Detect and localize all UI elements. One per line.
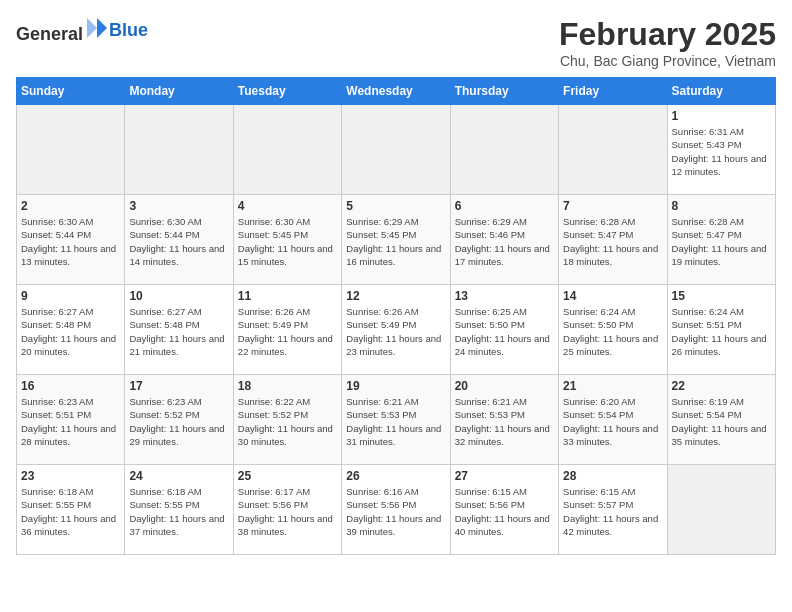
- day-number: 26: [346, 469, 445, 483]
- calendar-cell: [450, 105, 558, 195]
- header-day-saturday: Saturday: [667, 78, 775, 105]
- cell-info: Sunrise: 6:27 AM Sunset: 5:48 PM Dayligh…: [21, 305, 120, 358]
- logo-icon: [85, 16, 109, 40]
- cell-info: Sunrise: 6:26 AM Sunset: 5:49 PM Dayligh…: [238, 305, 337, 358]
- logo-blue: Blue: [109, 20, 148, 41]
- week-row-5: 23Sunrise: 6:18 AM Sunset: 5:55 PM Dayli…: [17, 465, 776, 555]
- cell-info: Sunrise: 6:16 AM Sunset: 5:56 PM Dayligh…: [346, 485, 445, 538]
- day-number: 11: [238, 289, 337, 303]
- calendar-cell: 24Sunrise: 6:18 AM Sunset: 5:55 PM Dayli…: [125, 465, 233, 555]
- calendar-cell: 4Sunrise: 6:30 AM Sunset: 5:45 PM Daylig…: [233, 195, 341, 285]
- calendar-cell: 14Sunrise: 6:24 AM Sunset: 5:50 PM Dayli…: [559, 285, 667, 375]
- calendar-cell: [342, 105, 450, 195]
- day-number: 10: [129, 289, 228, 303]
- day-number: 23: [21, 469, 120, 483]
- calendar-cell: [667, 465, 775, 555]
- day-number: 17: [129, 379, 228, 393]
- day-number: 1: [672, 109, 771, 123]
- calendar-cell: [559, 105, 667, 195]
- cell-info: Sunrise: 6:24 AM Sunset: 5:51 PM Dayligh…: [672, 305, 771, 358]
- calendar-cell: 21Sunrise: 6:20 AM Sunset: 5:54 PM Dayli…: [559, 375, 667, 465]
- calendar-cell: 20Sunrise: 6:21 AM Sunset: 5:53 PM Dayli…: [450, 375, 558, 465]
- day-number: 5: [346, 199, 445, 213]
- calendar-cell: 13Sunrise: 6:25 AM Sunset: 5:50 PM Dayli…: [450, 285, 558, 375]
- cell-info: Sunrise: 6:29 AM Sunset: 5:45 PM Dayligh…: [346, 215, 445, 268]
- day-number: 12: [346, 289, 445, 303]
- cell-info: Sunrise: 6:23 AM Sunset: 5:52 PM Dayligh…: [129, 395, 228, 448]
- title-block: February 2025 Chu, Bac Giang Province, V…: [559, 16, 776, 69]
- cell-info: Sunrise: 6:21 AM Sunset: 5:53 PM Dayligh…: [346, 395, 445, 448]
- cell-info: Sunrise: 6:22 AM Sunset: 5:52 PM Dayligh…: [238, 395, 337, 448]
- day-number: 7: [563, 199, 662, 213]
- day-number: 24: [129, 469, 228, 483]
- calendar-cell: [233, 105, 341, 195]
- calendar-cell: 3Sunrise: 6:30 AM Sunset: 5:44 PM Daylig…: [125, 195, 233, 285]
- cell-info: Sunrise: 6:18 AM Sunset: 5:55 PM Dayligh…: [129, 485, 228, 538]
- cell-info: Sunrise: 6:23 AM Sunset: 5:51 PM Dayligh…: [21, 395, 120, 448]
- calendar-cell: 28Sunrise: 6:15 AM Sunset: 5:57 PM Dayli…: [559, 465, 667, 555]
- header-day-thursday: Thursday: [450, 78, 558, 105]
- day-number: 20: [455, 379, 554, 393]
- calendar-cell: 22Sunrise: 6:19 AM Sunset: 5:54 PM Dayli…: [667, 375, 775, 465]
- week-row-2: 2Sunrise: 6:30 AM Sunset: 5:44 PM Daylig…: [17, 195, 776, 285]
- calendar-cell: 26Sunrise: 6:16 AM Sunset: 5:56 PM Dayli…: [342, 465, 450, 555]
- svg-marker-1: [87, 18, 97, 38]
- cell-info: Sunrise: 6:15 AM Sunset: 5:57 PM Dayligh…: [563, 485, 662, 538]
- calendar-cell: 11Sunrise: 6:26 AM Sunset: 5:49 PM Dayli…: [233, 285, 341, 375]
- day-number: 14: [563, 289, 662, 303]
- cell-info: Sunrise: 6:21 AM Sunset: 5:53 PM Dayligh…: [455, 395, 554, 448]
- day-number: 8: [672, 199, 771, 213]
- calendar-title: February 2025: [559, 16, 776, 53]
- calendar-subtitle: Chu, Bac Giang Province, Vietnam: [559, 53, 776, 69]
- calendar-cell: 27Sunrise: 6:15 AM Sunset: 5:56 PM Dayli…: [450, 465, 558, 555]
- cell-info: Sunrise: 6:27 AM Sunset: 5:48 PM Dayligh…: [129, 305, 228, 358]
- calendar-cell: 9Sunrise: 6:27 AM Sunset: 5:48 PM Daylig…: [17, 285, 125, 375]
- day-number: 19: [346, 379, 445, 393]
- day-number: 4: [238, 199, 337, 213]
- calendar-cell: 2Sunrise: 6:30 AM Sunset: 5:44 PM Daylig…: [17, 195, 125, 285]
- day-number: 6: [455, 199, 554, 213]
- header-row: SundayMondayTuesdayWednesdayThursdayFrid…: [17, 78, 776, 105]
- cell-info: Sunrise: 6:29 AM Sunset: 5:46 PM Dayligh…: [455, 215, 554, 268]
- calendar-cell: [17, 105, 125, 195]
- calendar-cell: 12Sunrise: 6:26 AM Sunset: 5:49 PM Dayli…: [342, 285, 450, 375]
- calendar-cell: 5Sunrise: 6:29 AM Sunset: 5:45 PM Daylig…: [342, 195, 450, 285]
- week-row-1: 1Sunrise: 6:31 AM Sunset: 5:43 PM Daylig…: [17, 105, 776, 195]
- header-day-wednesday: Wednesday: [342, 78, 450, 105]
- week-row-4: 16Sunrise: 6:23 AM Sunset: 5:51 PM Dayli…: [17, 375, 776, 465]
- day-number: 22: [672, 379, 771, 393]
- day-number: 2: [21, 199, 120, 213]
- calendar-cell: 8Sunrise: 6:28 AM Sunset: 5:47 PM Daylig…: [667, 195, 775, 285]
- day-number: 18: [238, 379, 337, 393]
- cell-info: Sunrise: 6:26 AM Sunset: 5:49 PM Dayligh…: [346, 305, 445, 358]
- calendar-cell: 19Sunrise: 6:21 AM Sunset: 5:53 PM Dayli…: [342, 375, 450, 465]
- calendar-cell: 18Sunrise: 6:22 AM Sunset: 5:52 PM Dayli…: [233, 375, 341, 465]
- day-number: 16: [21, 379, 120, 393]
- cell-info: Sunrise: 6:30 AM Sunset: 5:44 PM Dayligh…: [21, 215, 120, 268]
- cell-info: Sunrise: 6:15 AM Sunset: 5:56 PM Dayligh…: [455, 485, 554, 538]
- header-day-monday: Monday: [125, 78, 233, 105]
- day-number: 9: [21, 289, 120, 303]
- week-row-3: 9Sunrise: 6:27 AM Sunset: 5:48 PM Daylig…: [17, 285, 776, 375]
- calendar-cell: 10Sunrise: 6:27 AM Sunset: 5:48 PM Dayli…: [125, 285, 233, 375]
- cell-info: Sunrise: 6:31 AM Sunset: 5:43 PM Dayligh…: [672, 125, 771, 178]
- cell-info: Sunrise: 6:19 AM Sunset: 5:54 PM Dayligh…: [672, 395, 771, 448]
- cell-info: Sunrise: 6:30 AM Sunset: 5:45 PM Dayligh…: [238, 215, 337, 268]
- cell-info: Sunrise: 6:24 AM Sunset: 5:50 PM Dayligh…: [563, 305, 662, 358]
- day-number: 13: [455, 289, 554, 303]
- day-number: 27: [455, 469, 554, 483]
- day-number: 25: [238, 469, 337, 483]
- calendar-cell: 6Sunrise: 6:29 AM Sunset: 5:46 PM Daylig…: [450, 195, 558, 285]
- cell-info: Sunrise: 6:20 AM Sunset: 5:54 PM Dayligh…: [563, 395, 662, 448]
- calendar-table: SundayMondayTuesdayWednesdayThursdayFrid…: [16, 77, 776, 555]
- cell-info: Sunrise: 6:17 AM Sunset: 5:56 PM Dayligh…: [238, 485, 337, 538]
- cell-info: Sunrise: 6:30 AM Sunset: 5:44 PM Dayligh…: [129, 215, 228, 268]
- logo-general: General: [16, 24, 83, 44]
- header-day-friday: Friday: [559, 78, 667, 105]
- calendar-cell: 16Sunrise: 6:23 AM Sunset: 5:51 PM Dayli…: [17, 375, 125, 465]
- page-header: General Blue February 2025 Chu, Bac Gian…: [16, 16, 776, 69]
- day-number: 21: [563, 379, 662, 393]
- day-number: 3: [129, 199, 228, 213]
- day-number: 28: [563, 469, 662, 483]
- header-day-sunday: Sunday: [17, 78, 125, 105]
